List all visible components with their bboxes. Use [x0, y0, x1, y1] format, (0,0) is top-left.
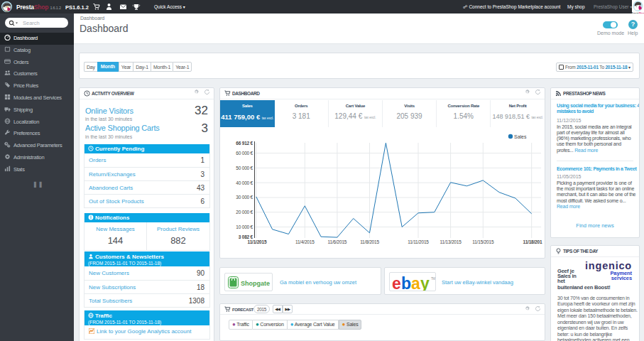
svg-text:11/4/2015: 11/4/2015 — [295, 239, 315, 244]
svg-text:TM: TM — [431, 277, 435, 281]
svg-text:11/13/2015: 11/13/2015 — [440, 239, 462, 244]
svg-text:40 000 €: 40 000 € — [236, 180, 253, 185]
svg-text:e: e — [392, 274, 401, 291]
svg-text:11/8/2015: 11/8/2015 — [360, 239, 379, 244]
svg-text:30 000 €: 30 000 € — [236, 195, 253, 200]
svg-text:11/6/2015: 11/6/2015 — [328, 239, 347, 244]
svg-text:a: a — [411, 274, 420, 291]
svg-text:b: b — [401, 274, 411, 291]
svg-text:Sales: Sales — [514, 134, 527, 139]
svg-text:50 000 €: 50 000 € — [236, 166, 253, 170]
svg-text:11/11/2015: 11/11/2015 — [408, 239, 429, 244]
svg-text:11/1/2015: 11/1/2015 — [248, 239, 267, 244]
svg-text:y: y — [420, 274, 430, 291]
svg-text:20 000 €: 20 000 € — [236, 210, 253, 215]
svg-text:10 000 €: 10 000 € — [236, 224, 253, 229]
svg-text:66 912 €: 66 912 € — [236, 141, 253, 146]
svg-text:60 000 €: 60 000 € — [236, 151, 253, 156]
svg-text:11/15/2015: 11/15/2015 — [472, 239, 494, 244]
svg-text:11/18/201: 11/18/201 — [523, 239, 542, 244]
